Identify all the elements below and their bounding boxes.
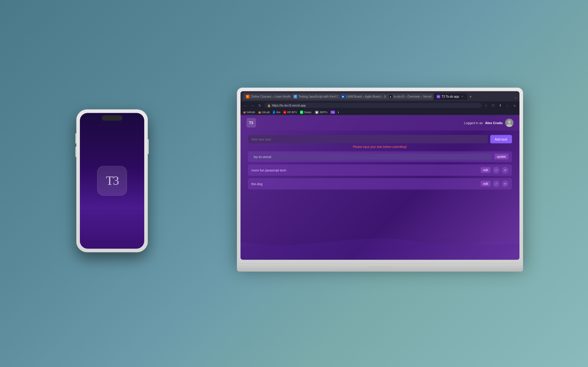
forward-button[interactable]: → bbox=[250, 103, 255, 108]
star-icon[interactable]: ☆ bbox=[484, 103, 488, 108]
tab-label-testing: Testing JavaScript with Kent C... bbox=[299, 95, 338, 98]
phone-app-icon-text: T3 bbox=[106, 174, 119, 188]
task-3-check-button[interactable]: ✓ bbox=[493, 180, 499, 187]
tab-todo[interactable]: T3 T3 To-do app ✕ bbox=[434, 93, 467, 100]
tab-favicon-jira: ◆ bbox=[341, 95, 345, 98]
bookmark-gitlab-label: GitLab bbox=[262, 111, 270, 114]
error-message: Please input your task before submitting… bbox=[248, 145, 512, 148]
nav-icons-right: ☆ 🛡 ⬇ ↑ ≡ bbox=[484, 103, 517, 108]
tab-label-jira: LIAM Board – Agile Board – Jira ... bbox=[346, 95, 386, 98]
github-favicon: 🐙 bbox=[243, 111, 246, 113]
tab-testing[interactable]: T Testing JavaScript with Kent C... ✕ bbox=[291, 93, 338, 100]
task-3-edit-button[interactable]: edit bbox=[481, 181, 490, 187]
tab-jira[interactable]: ◆ LIAM Board – Agile Board – Jira ... ✕ bbox=[338, 93, 386, 100]
phone-power-button[interactable] bbox=[148, 139, 149, 154]
laptop: T Online Courses – Learn Anythi... ✕ T T… bbox=[237, 88, 523, 272]
gitlab-favicon: 🦊 bbox=[258, 111, 261, 113]
tab-vercel[interactable]: ▲ to-do-t3 – Overview – Vercel ... ✕ bbox=[386, 93, 434, 100]
task-2-text: more fun javascript tech bbox=[252, 168, 479, 172]
phone-body: T3 bbox=[76, 109, 148, 252]
add-task-input[interactable] bbox=[248, 135, 488, 143]
task-2-check-button[interactable]: ✓ bbox=[493, 167, 499, 173]
tab-favicon-testing: T bbox=[294, 95, 297, 98]
svg-point-1 bbox=[508, 120, 511, 123]
bookmark-github[interactable]: 🐙 GitHub bbox=[243, 111, 255, 114]
tab-favicon-todo: T3 bbox=[437, 95, 440, 98]
tab-favicon-vercel: ▲ bbox=[389, 95, 392, 98]
t3-favicon: T3 bbox=[331, 110, 335, 114]
download-icon[interactable]: ⬇ bbox=[498, 103, 503, 108]
reload-button[interactable]: ↻ bbox=[257, 103, 263, 108]
add-task-button[interactable]: Add task bbox=[490, 135, 512, 143]
browser-nav-bar: ← → ↻ 🔒 https://to-do-t3.vercel.app ☆ 🛡 … bbox=[241, 101, 519, 110]
tab-label-courses: Online Courses – Learn Anythi... bbox=[251, 95, 291, 98]
address-bar[interactable]: 🔒 https://to-do-t3.vercel.app bbox=[264, 103, 482, 108]
tabs-collapse-btn[interactable]: ⌄ bbox=[514, 94, 517, 99]
bookmark-gitlab[interactable]: 🦊 GitLab bbox=[258, 111, 270, 114]
back-button[interactable]: ← bbox=[243, 103, 248, 108]
hrbpv-favicon: H bbox=[283, 110, 286, 114]
deepl-favicon: D bbox=[300, 110, 303, 114]
browser-toolbar: T Online Courses – Learn Anythi... ✕ T T… bbox=[241, 91, 519, 101]
logged-in-prefix: Logged in as bbox=[464, 121, 483, 124]
add-task-row: Add task bbox=[248, 135, 512, 143]
task-item-3: the-dog edit ✓ ✕ bbox=[248, 178, 512, 189]
browser: T Online Courses – Learn Anythi... ✕ T T… bbox=[241, 91, 519, 260]
task-3-delete-button[interactable]: ✕ bbox=[502, 180, 508, 187]
lock-icon: 🔒 bbox=[267, 104, 271, 107]
jira-favicon: J bbox=[273, 110, 275, 114]
bookmarks-bar: 🐙 GitHub 🦊 GitLab J Jira H HR BPV bbox=[241, 110, 519, 115]
url-text: https://to-do-t3.vercel.app bbox=[272, 104, 306, 107]
laptop-screen: T Online Courses – Learn Anythi... ✕ T T… bbox=[241, 91, 519, 260]
phone-volume-down-button[interactable] bbox=[75, 146, 77, 157]
bookmark-hrbpv[interactable]: H HR BPV bbox=[283, 110, 297, 114]
tabs-container: T Online Courses – Learn Anythi... ✕ T T… bbox=[243, 93, 517, 100]
task-item-1: update bbox=[248, 151, 512, 162]
birta-favicon: 📋 bbox=[315, 110, 319, 114]
phone-app-icon: T3 bbox=[97, 166, 127, 196]
username: Alex Crudu bbox=[485, 121, 503, 124]
extra-favicon: ℹ bbox=[338, 111, 339, 113]
task-2-delete-button[interactable]: ✕ bbox=[502, 167, 508, 173]
phone: T3 bbox=[76, 109, 148, 252]
app-logo: T3 bbox=[246, 118, 256, 127]
app-header: T3 Logged in as Alex Crudu bbox=[241, 115, 519, 130]
task-2-edit-button[interactable]: edit bbox=[481, 167, 490, 173]
shield-icon[interactable]: 🛡 bbox=[491, 103, 496, 108]
bookmark-birta-label: BIRTA bbox=[320, 111, 328, 114]
bookmark-deepl-label: DeepL bbox=[304, 111, 312, 114]
tab-close-todo[interactable]: ✕ bbox=[460, 95, 464, 98]
tab-label-vercel: to-do-t3 – Overview – Vercel ... bbox=[394, 95, 434, 98]
phone-volume-up-button[interactable] bbox=[75, 133, 77, 143]
task-3-text: the-dog bbox=[252, 182, 479, 185]
task-item-2: more fun javascript tech edit ✓ ✕ bbox=[248, 164, 512, 176]
app-content: T3 Logged in as Alex Crudu bbox=[241, 115, 519, 260]
menu-icon[interactable]: ≡ bbox=[512, 103, 517, 108]
new-tab-button[interactable]: + bbox=[467, 93, 474, 100]
share-icon[interactable]: ↑ bbox=[505, 103, 510, 108]
tab-favicon-courses: T bbox=[246, 95, 249, 98]
app-main: Add task Please input your task before s… bbox=[241, 130, 519, 196]
bookmark-jira[interactable]: J Jira bbox=[273, 110, 280, 114]
bookmark-t3[interactable]: T3 bbox=[331, 110, 335, 114]
bookmark-extra[interactable]: ℹ bbox=[338, 111, 339, 113]
bookmark-jira-label: Jira bbox=[276, 111, 280, 114]
phone-notch bbox=[102, 115, 122, 121]
laptop-body: T Online Courses – Learn Anythi... ✕ T T… bbox=[237, 88, 523, 263]
app-logo-text: T3 bbox=[249, 121, 253, 125]
bookmark-hrbpv-label: HR BPV bbox=[287, 111, 297, 114]
bookmark-deepl[interactable]: D DeepL bbox=[300, 110, 312, 114]
task-1-update-button[interactable]: update bbox=[494, 154, 508, 160]
user-avatar bbox=[505, 118, 513, 127]
task-1-input[interactable] bbox=[252, 154, 492, 160]
bookmark-birta[interactable]: 📋 BIRTA bbox=[315, 110, 328, 114]
user-info: Logged in as Alex Crudu bbox=[464, 118, 513, 127]
tab-courses[interactable]: T Online Courses – Learn Anythi... ✕ bbox=[243, 93, 291, 100]
phone-screen: T3 bbox=[80, 113, 144, 249]
tab-label-todo: T3 To-do app bbox=[442, 95, 459, 98]
laptop-base bbox=[237, 263, 523, 271]
wave-decoration bbox=[241, 224, 519, 260]
bookmark-github-label: GitHub bbox=[247, 111, 255, 114]
